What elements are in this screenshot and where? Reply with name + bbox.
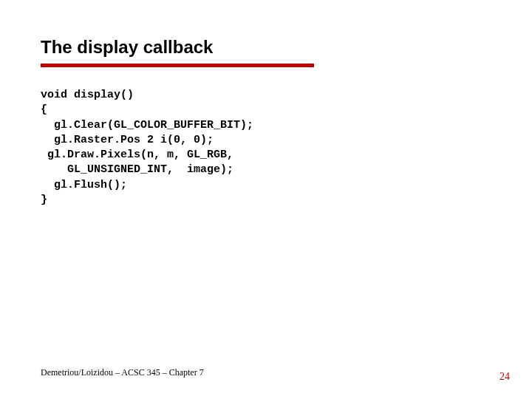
slide: The display callback void display() { gl… bbox=[0, 0, 532, 399]
footer-text: Demetriou/Loizidou – ACSC 345 – Chapter … bbox=[41, 367, 204, 378]
slide-title: The display callback bbox=[41, 37, 491, 58]
title-underline bbox=[41, 64, 314, 67]
page-number: 24 bbox=[499, 371, 510, 383]
code-block: void display() { gl.Clear(GL_COLOR_BUFFE… bbox=[41, 88, 491, 208]
